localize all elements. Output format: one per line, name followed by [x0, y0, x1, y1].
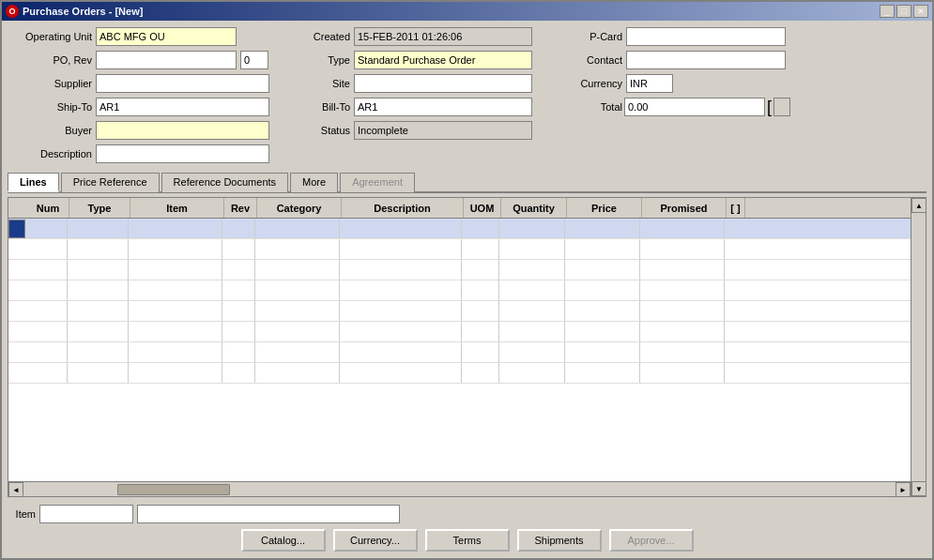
description-field[interactable]: [96, 144, 269, 163]
col-category: Category: [257, 198, 342, 218]
supplier-label: Supplier: [8, 78, 92, 89]
table-row[interactable]: [8, 280, 911, 301]
col-description: Description: [342, 198, 464, 218]
table-body: [8, 219, 911, 481]
scroll-down-button[interactable]: ▼: [911, 481, 926, 496]
cell-quantity[interactable]: [499, 219, 565, 238]
window-icon: O: [6, 5, 19, 18]
bill-to-row: Bill-To: [303, 97, 532, 117]
supplier-field[interactable]: [96, 74, 269, 93]
operating-unit-label: Operating Unit: [8, 31, 92, 42]
description-label: Description: [8, 148, 92, 159]
vertical-scrollbar[interactable]: ▲ ▼: [911, 198, 926, 496]
bottom-section: Item Catalog... Currency... Terms Shipme…: [8, 504, 926, 552]
row-selector-cell[interactable]: [8, 219, 25, 238]
ship-to-row: Ship-To: [8, 97, 269, 117]
pcard-row: P-Card: [566, 26, 790, 47]
col-promised: Promised: [642, 198, 727, 218]
table-row[interactable]: [8, 342, 911, 363]
scroll-up-button[interactable]: ▲: [911, 198, 926, 213]
minimize-button[interactable]: _: [880, 5, 895, 18]
tab-reference-documents[interactable]: Reference Documents: [161, 173, 288, 192]
tab-more[interactable]: More: [290, 173, 338, 192]
scroll-track-h[interactable]: [23, 482, 896, 496]
table-header: Num Type Item Rev Category Description U…: [8, 198, 911, 219]
pcard-label: P-Card: [566, 31, 622, 42]
currency-row: Currency: [566, 73, 790, 94]
contact-field[interactable]: [626, 51, 786, 69]
title-buttons: _ □ ✕: [880, 5, 928, 18]
site-field[interactable]: [354, 74, 532, 93]
maximize-button[interactable]: □: [896, 5, 911, 18]
scroll-thumb-h[interactable]: [117, 484, 230, 495]
col-item: Item: [130, 198, 224, 218]
cell-promised[interactable]: [640, 219, 725, 238]
tab-agreement: Agreement: [340, 173, 415, 192]
content-area: Operating Unit PO, Rev Supplier Ship-To: [2, 21, 932, 558]
type-row: Type: [303, 50, 532, 70]
status-row: Status: [303, 120, 532, 141]
rev-field[interactable]: [240, 51, 268, 69]
item-field1[interactable]: [39, 505, 133, 523]
scroll-left-button[interactable]: ◄: [8, 482, 23, 496]
bracket-open: [: [767, 98, 772, 117]
total-row: Total [: [566, 97, 790, 117]
shipments-button[interactable]: Shipments: [517, 529, 602, 552]
col-quantity: Quantity: [501, 198, 567, 218]
ship-to-field[interactable]: [96, 98, 269, 116]
table-row[interactable]: [8, 301, 911, 322]
table-row[interactable]: [8, 239, 911, 260]
bracket-btn[interactable]: [773, 98, 790, 116]
form-col3: P-Card Contact Currency Total [: [566, 26, 790, 164]
cell-item[interactable]: [129, 219, 222, 238]
form-col1: Operating Unit PO, Rev Supplier Ship-To: [8, 26, 269, 164]
cell-num[interactable]: [25, 219, 68, 238]
col-uom: UOM: [464, 198, 501, 218]
col-type: Type: [69, 198, 130, 218]
pcard-field[interactable]: [626, 27, 786, 46]
cell-category[interactable]: [255, 219, 340, 238]
type-field[interactable]: [354, 51, 532, 69]
table-container: Num Type Item Rev Category Description U…: [8, 198, 911, 496]
created-row: Created: [303, 26, 532, 47]
supplier-row: Supplier: [8, 73, 269, 94]
table-row[interactable]: [8, 322, 911, 342]
tabs-bar: Lines Price Reference Reference Document…: [8, 172, 926, 193]
cell-rev[interactable]: [222, 219, 255, 238]
table-row[interactable]: [8, 260, 911, 280]
bill-to-field[interactable]: [354, 98, 532, 116]
scroll-track-v[interactable]: [911, 213, 926, 481]
cell-type[interactable]: [68, 219, 129, 238]
po-field[interactable]: [96, 51, 237, 69]
tab-lines[interactable]: Lines: [8, 173, 59, 192]
col-more: [ ]: [727, 198, 745, 218]
status-field: [354, 121, 532, 140]
cell-description[interactable]: [340, 219, 462, 238]
approve-button[interactable]: Approve...: [609, 529, 694, 552]
currency-button[interactable]: Currency...: [333, 529, 418, 552]
col-price: Price: [567, 198, 642, 218]
table-row[interactable]: [8, 219, 911, 239]
currency-field[interactable]: [626, 74, 673, 93]
scroll-right-button[interactable]: ►: [896, 482, 911, 496]
total-label: Total: [566, 101, 622, 113]
close-button[interactable]: ✕: [913, 5, 928, 18]
terms-button[interactable]: Terms: [425, 529, 510, 552]
operating-unit-field[interactable]: [96, 27, 237, 46]
row-selector-blue[interactable]: [8, 219, 25, 238]
cell-price[interactable]: [565, 219, 640, 238]
catalog-button[interactable]: Catalog...: [241, 529, 326, 552]
buyer-field[interactable]: [96, 121, 269, 140]
horizontal-scrollbar[interactable]: ◄ ►: [8, 481, 911, 496]
form-col2: Created Type Site Bill-To: [303, 26, 532, 164]
form-columns: Operating Unit PO, Rev Supplier Ship-To: [8, 26, 926, 164]
contact-label: Contact: [566, 54, 622, 66]
window-title: Purchase Orders - [New]: [23, 6, 143, 17]
description-row: Description: [8, 144, 269, 164]
total-field[interactable]: [624, 98, 765, 116]
table-row[interactable]: [8, 363, 911, 384]
tab-price-reference[interactable]: Price Reference: [61, 173, 160, 192]
item-field2[interactable]: [137, 505, 400, 523]
cell-uom[interactable]: [462, 219, 499, 238]
site-row: Site: [303, 73, 532, 94]
